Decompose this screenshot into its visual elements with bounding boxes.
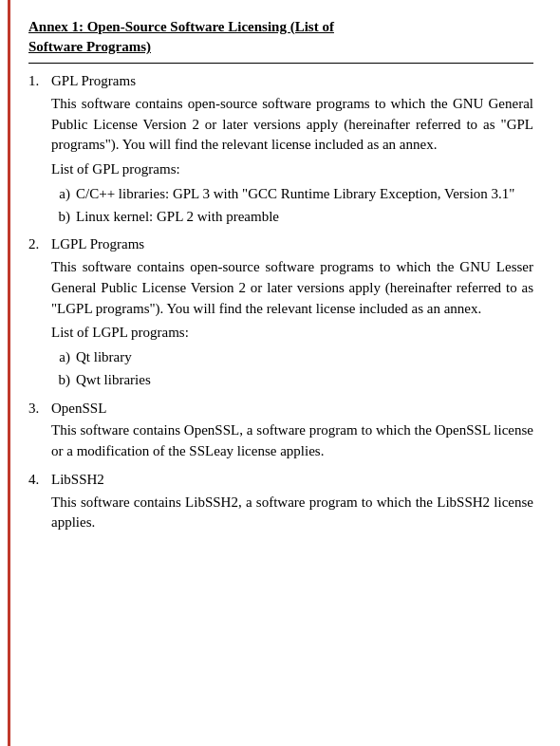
section-1-sub-list: a) C/C++ libraries: GPL 3 with "GCC Runt…	[51, 184, 533, 228]
title-divider	[28, 63, 533, 64]
section-2-heading: LGPL Programs	[51, 234, 144, 255]
section-4-body: This software contains LibSSH2, a softwa…	[51, 493, 533, 534]
section-4-header: 4. LibSSH2	[28, 470, 533, 491]
section-1-heading: GPL Programs	[51, 71, 136, 92]
sub-item-text: Qwt libraries	[76, 370, 533, 391]
list-item: a) Qt library	[51, 347, 533, 368]
section-1-text: This software contains open-source softw…	[51, 94, 533, 156]
main-content: Annex 1: Open-Source Software Licensing …	[28, 17, 533, 533]
section-2-text: This software contains open-source softw…	[51, 257, 533, 319]
section-3-number: 3.	[28, 399, 46, 420]
section-3-text: This software contains OpenSSL, a softwa…	[51, 420, 533, 462]
section-4: 4. LibSSH2 This software contains LibSSH…	[28, 470, 533, 533]
sub-item-letter: b)	[51, 207, 70, 228]
sub-item-text: Linux kernel: GPL 2 with preamble	[76, 207, 533, 228]
section-1-header: 1. GPL Programs	[28, 71, 533, 92]
section-3-body: This software contains OpenSSL, a softwa…	[51, 420, 533, 462]
sections-list: 1. GPL Programs This software contains o…	[28, 71, 533, 533]
list-item: a) C/C++ libraries: GPL 3 with "GCC Runt…	[51, 184, 533, 205]
page: Annex 1: Open-Source Software Licensing …	[0, 0, 560, 746]
section-3: 3. OpenSSL This software contains OpenSS…	[28, 399, 533, 462]
section-4-heading: LibSSH2	[51, 470, 104, 491]
section-4-text: This software contains LibSSH2, a softwa…	[51, 493, 533, 534]
sub-item-text: C/C++ libraries: GPL 3 with "GCC Runtime…	[76, 184, 533, 205]
section-2: 2. LGPL Programs This software contains …	[28, 234, 533, 390]
section-3-header: 3. OpenSSL	[28, 399, 533, 420]
list-item: b) Linux kernel: GPL 2 with preamble	[51, 207, 533, 228]
sub-item-letter: a)	[51, 347, 70, 368]
section-1-body: This software contains open-source softw…	[51, 94, 533, 228]
red-border-decoration	[8, 0, 10, 746]
section-2-sub-label: List of LGPL programs:	[51, 323, 533, 344]
section-1: 1. GPL Programs This software contains o…	[28, 71, 533, 227]
document-title: Annex 1: Open-Source Software Licensing …	[28, 17, 533, 57]
sub-item-letter: b)	[51, 370, 70, 391]
list-item: b) Qwt libraries	[51, 370, 533, 391]
section-2-number: 2.	[28, 234, 46, 255]
sub-item-text: Qt library	[76, 347, 533, 368]
section-3-heading: OpenSSL	[51, 399, 106, 420]
section-1-number: 1.	[28, 71, 46, 92]
section-2-body: This software contains open-source softw…	[51, 257, 533, 391]
title-line2: Software Programs)	[28, 39, 151, 54]
sub-item-letter: a)	[51, 184, 70, 205]
title-line1: Annex 1: Open-Source Software Licensing …	[28, 19, 334, 34]
section-4-number: 4.	[28, 470, 46, 491]
section-2-sub-list: a) Qt library b) Qwt libraries	[51, 347, 533, 391]
section-1-sub-label: List of GPL programs:	[51, 159, 533, 180]
section-2-header: 2. LGPL Programs	[28, 234, 533, 255]
